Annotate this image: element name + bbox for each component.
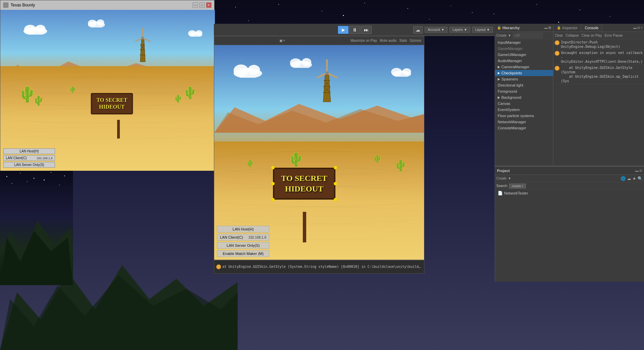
hierarchy-item-gamemanager[interactable]: GameManager: [495, 45, 553, 52]
project-minimize-icon[interactable]: ▬: [635, 169, 639, 172]
console-collapse-btn[interactable]: Collapse: [566, 34, 579, 37]
project-layout-icon[interactable]: ⊞: [639, 169, 642, 172]
hierarchy-create-dropdown-icon[interactable]: ▼: [508, 34, 511, 37]
svg-marker-1: [0, 275, 238, 350]
console-clear-on-play-btn[interactable]: Clear on Play: [582, 34, 602, 37]
warning-icon-2: !: [555, 66, 559, 71]
hierarchy-item-spawners[interactable]: ▶Spawners: [495, 76, 553, 82]
playback-controls[interactable]: ▶ ⏸ ⏭: [338, 26, 372, 34]
inspector-minimize-icon[interactable]: ▬: [633, 26, 637, 30]
svg-point-48: [325, 71, 329, 75]
lan-host-btn-unity[interactable]: LAN Host(H): [217, 226, 269, 233]
console-entry-1[interactable]: ! Uncaught exception in async net callba…: [553, 50, 644, 65]
tab-row[interactable]: 🔒 Inspector Console ▬ ⊞ ×: [553, 24, 644, 32]
maximize-btn-small[interactable]: □: [199, 2, 205, 8]
svg-point-27: [12, 183, 12, 184]
account-button[interactable]: Account ▼: [425, 27, 447, 33]
search-bar: Search: Assets ×: [495, 182, 644, 190]
console-entry-0[interactable]: ! InputDirector:Push UnityEngine.Debug:L…: [553, 39, 644, 50]
hierarchy-item-networkmanager[interactable]: NetworkManager: [495, 119, 553, 125]
tab-console[interactable]: Console: [581, 24, 602, 32]
inspector-panel-icons[interactable]: ▬ ⊞ ×: [633, 26, 644, 30]
hierarchy-item-checkpoints[interactable]: ▶Checkpoints: [495, 70, 553, 76]
bottom-console-text: at UnityEngine.GUISkin.GetStyle (System.…: [222, 264, 422, 269]
search-assets-tag[interactable]: Assets ×: [509, 184, 526, 188]
lan-client-btn-unity[interactable]: LAN Client(C) 192.168.1.6: [217, 234, 269, 241]
search-tag-close-icon[interactable]: ×: [521, 184, 523, 188]
hierarchy-item-eventsystem[interactable]: EventSystem: [495, 107, 553, 113]
hierarchy-search-input[interactable]: [513, 33, 543, 39]
enable-match-maker-btn[interactable]: Enable Match Maker (M): [217, 250, 269, 257]
project-search-icon[interactable]: 🔍: [638, 176, 643, 181]
project-create-btn[interactable]: Create: [496, 177, 507, 180]
lan-client-btn-small[interactable]: LAN Client(C) 192.168.1.6: [3, 155, 55, 161]
svg-point-29: [44, 180, 45, 181]
project-item-networktester[interactable]: 📄 NetworkTester: [495, 190, 644, 197]
maximize-on-play-btn[interactable]: Maximize on Play: [350, 39, 377, 42]
hierarchy-item-gameuimanager[interactable]: GameUIManager: [495, 52, 553, 58]
pause-button[interactable]: ⏸: [349, 26, 360, 34]
hierarchy-item-canvas[interactable]: Canvas: [495, 100, 553, 107]
hierarchy-lock-icon: 🔒: [497, 26, 501, 30]
title-bar-controls-small[interactable]: — □ ✕: [192, 2, 211, 8]
hierarchy-item-cameramanager[interactable]: ▶CameraManager: [495, 64, 553, 70]
minimize-btn-small[interactable]: —: [192, 2, 198, 8]
right-panels-container: 🔒 Hierarchy ▬ ⊞ Create ▼ InputManager Ga…: [495, 24, 644, 282]
lan-host-btn-small[interactable]: LAN Host(H): [3, 148, 55, 154]
project-star-icon[interactable]: ★: [632, 176, 636, 181]
close-btn-small[interactable]: ✕: [206, 2, 211, 8]
svg-point-23: [20, 173, 21, 173]
console-text-2: at UnityEngine.GUISkin.GetStyle (System …: [561, 66, 643, 83]
hierarchy-minimize-icon[interactable]: ▬: [544, 26, 548, 30]
minimize-scene-icon[interactable]: ×: [283, 39, 285, 42]
cactus-5-small: 🌵: [69, 86, 76, 93]
search-label: Search:: [496, 184, 508, 188]
console-text-0: InputDirector:Push UnityEngine.Debug:Log…: [561, 40, 620, 49]
hierarchy-item-directional-light[interactable]: Directional light: [495, 82, 553, 88]
layout-button[interactable]: Layout ▼: [472, 27, 493, 33]
project-create-dropdown-icon[interactable]: ▼: [508, 177, 511, 180]
hierarchy-item-audiomanager[interactable]: AudioManager: [495, 58, 553, 64]
hierarchy-panel: 🔒 Hierarchy ▬ ⊞ Create ▼ InputManager Ga…: [495, 24, 553, 166]
mute-audio-btn[interactable]: Mute audio: [380, 39, 397, 42]
inspector-close-icon[interactable]: ×: [641, 26, 643, 30]
project-cloud-icon[interactable]: ☁: [627, 176, 631, 181]
console-error-pause-btn[interactable]: Error Pause: [605, 34, 623, 37]
hierarchy-item-floor-particle[interactable]: Floor particle systems: [495, 113, 553, 119]
step-button[interactable]: ⏭: [361, 26, 372, 34]
cloud-unity-3: [390, 67, 413, 77]
stats-btn[interactable]: Stats: [399, 39, 407, 42]
console-clear-btn[interactable]: Clear: [555, 34, 563, 37]
lan-server-btn-unity[interactable]: LAN Server Only(S): [217, 242, 269, 249]
inspector-layout-icon[interactable]: ⊞: [637, 26, 640, 30]
project-panel-icons[interactable]: ▬ ⊞: [635, 169, 642, 172]
hierarchy-item-foreground[interactable]: Foreground: [495, 88, 553, 94]
window-icon-small: [3, 2, 8, 8]
lan-server-btn-small[interactable]: LAN Server Only(S): [3, 162, 55, 168]
svg-point-37: [290, 58, 301, 67]
hierarchy-header: 🔒 Hierarchy ▬ ⊞: [495, 24, 553, 32]
project-network-icon[interactable]: 🌐: [621, 176, 626, 181]
cloud-1-small: [22, 23, 49, 35]
console-entry-2[interactable]: ! at UnityEngine.GUISkin.GetStyle (Syste…: [553, 65, 644, 84]
hierarchy-panel-icons[interactable]: ▬ ⊞: [544, 26, 551, 30]
tab-inspector[interactable]: 🔒 Inspector: [553, 24, 581, 32]
cloud-button[interactable]: ☁: [413, 26, 423, 34]
layers-button[interactable]: Layers ▼: [449, 27, 470, 33]
play-button[interactable]: ▶: [338, 26, 349, 34]
cloud-2-small: [86, 18, 107, 28]
hierarchy-layout-icon[interactable]: ⊞: [548, 26, 551, 30]
hierarchy-item-consolemanager[interactable]: ConsoleManager: [495, 125, 553, 131]
project-item-label: NetworkTester: [504, 191, 528, 195]
gizmos-btn[interactable]: Gizmos: [410, 39, 421, 42]
hierarchy-item-background[interactable]: ▶Background: [495, 94, 553, 100]
hierarchy-create-btn[interactable]: Create: [496, 34, 507, 37]
maximize-scene-icon[interactable]: ▣: [279, 39, 282, 42]
console-list: ! InputDirector:Push UnityEngine.Debug:L…: [553, 39, 644, 166]
top-bar-right: ☁ Account ▼ Layers ▼ Layout ▼: [372, 26, 493, 34]
hierarchy-item-inputmanager[interactable]: InputManager: [495, 39, 553, 45]
project-toolbar: Create ▼ 🌐 ☁ ★ 🔍: [495, 175, 644, 182]
cactus-3-small: 🌵: [183, 86, 198, 100]
hierarchy-toolbar: Create ▼: [495, 32, 553, 39]
title-bar-small: Texas Bounty — □ ✕: [0, 0, 214, 10]
